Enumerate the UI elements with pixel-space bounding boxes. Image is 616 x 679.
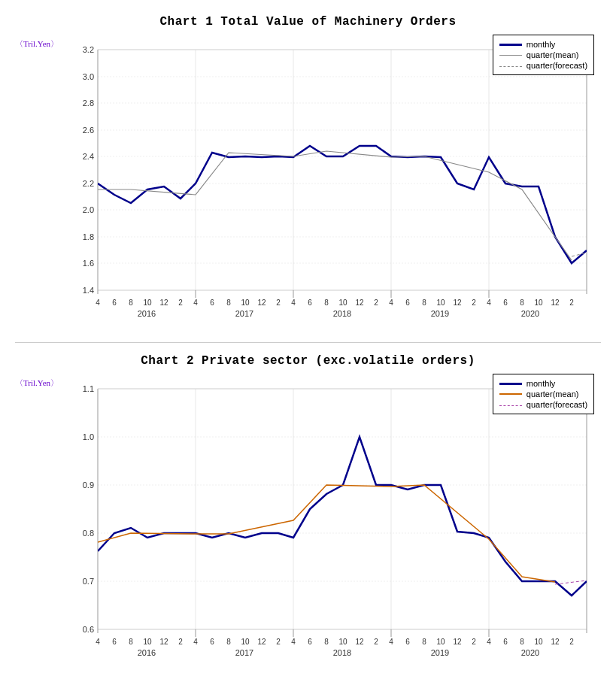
chart2-area: 〈Tril.Yen〉 monthly quarter(mean) quarter… xyxy=(15,374,601,662)
chart2-legend-monthly-text: monthly xyxy=(526,379,556,388)
svg-text:4: 4 xyxy=(291,638,296,646)
svg-text:2018: 2018 xyxy=(333,648,351,657)
svg-text:2.6: 2.6 xyxy=(83,126,94,135)
svg-text:2: 2 xyxy=(276,299,281,307)
svg-text:2017: 2017 xyxy=(235,309,253,318)
svg-text:2020: 2020 xyxy=(521,648,539,657)
svg-text:1.0: 1.0 xyxy=(83,432,94,441)
svg-text:4: 4 xyxy=(291,299,296,307)
svg-text:8: 8 xyxy=(226,638,231,646)
svg-text:2: 2 xyxy=(472,299,476,307)
svg-rect-0 xyxy=(98,50,587,290)
svg-text:12: 12 xyxy=(258,638,267,646)
svg-text:3.0: 3.0 xyxy=(83,72,94,81)
svg-text:8: 8 xyxy=(226,299,231,307)
svg-text:10: 10 xyxy=(241,638,250,646)
svg-text:6: 6 xyxy=(503,638,508,646)
chart2-legend: monthly quarter(mean) quarter(forecast) xyxy=(493,374,594,414)
legend-forecast-text: quarter(forecast) xyxy=(526,61,587,70)
svg-text:2: 2 xyxy=(472,638,476,646)
chart1-area: 〈Tril.Yen〉 monthly quarter(mean) quarter… xyxy=(15,35,601,323)
chart2-svg: 0.6 0.7 0.8 0.9 1.0 1.1 xyxy=(60,374,602,659)
svg-text:10: 10 xyxy=(241,299,250,307)
svg-text:1.4: 1.4 xyxy=(83,286,94,295)
svg-text:6: 6 xyxy=(405,299,410,307)
svg-text:8: 8 xyxy=(520,638,524,646)
svg-text:8: 8 xyxy=(422,299,426,307)
svg-text:12: 12 xyxy=(454,638,463,646)
legend-monthly-text: monthly xyxy=(526,40,556,49)
svg-text:2019: 2019 xyxy=(431,648,449,657)
svg-text:1.8: 1.8 xyxy=(83,232,94,241)
svg-text:6: 6 xyxy=(308,638,312,646)
svg-text:0.6: 0.6 xyxy=(83,625,94,634)
chart1-svg: 1.4 1.6 1.8 2.0 2.2 2.4 2.6 2.8 3.0 3.2 xyxy=(60,35,602,320)
svg-text:4: 4 xyxy=(96,299,100,307)
svg-text:10: 10 xyxy=(437,638,446,646)
chart2-y-label: 〈Tril.Yen〉 xyxy=(15,374,59,662)
svg-text:4: 4 xyxy=(193,638,198,646)
legend-quarter-mean: quarter(mean) xyxy=(499,50,587,59)
svg-text:4: 4 xyxy=(96,638,100,646)
svg-text:6: 6 xyxy=(210,299,214,307)
legend-mean-text: quarter(mean) xyxy=(526,50,579,59)
svg-text:12: 12 xyxy=(454,299,463,307)
svg-text:8: 8 xyxy=(324,299,329,307)
chart1-y-label: 〈Tril.Yen〉 xyxy=(15,35,59,323)
chart2-legend-monthly-line xyxy=(499,383,522,385)
svg-text:2: 2 xyxy=(276,638,281,646)
chart2-legend-mean-text: quarter(mean) xyxy=(526,390,579,399)
svg-text:3.2: 3.2 xyxy=(83,45,94,54)
svg-text:6: 6 xyxy=(503,299,508,307)
svg-text:2: 2 xyxy=(569,638,574,646)
svg-text:12: 12 xyxy=(551,299,560,307)
svg-text:2.0: 2.0 xyxy=(83,205,94,214)
svg-text:6: 6 xyxy=(308,299,312,307)
svg-text:1.6: 1.6 xyxy=(83,259,94,268)
svg-text:2.8: 2.8 xyxy=(83,99,94,108)
chart1-title: Chart 1 Total Value of Machinery Orders xyxy=(15,15,601,29)
svg-text:12: 12 xyxy=(551,638,560,646)
svg-text:10: 10 xyxy=(339,299,348,307)
svg-text:10: 10 xyxy=(144,638,153,646)
chart2-legend-forecast-text: quarter(forecast) xyxy=(526,400,587,409)
svg-text:2018: 2018 xyxy=(333,309,351,318)
svg-text:12: 12 xyxy=(160,299,169,307)
svg-text:2017: 2017 xyxy=(235,648,253,657)
chart-divider xyxy=(15,342,601,343)
svg-text:2.2: 2.2 xyxy=(83,179,94,188)
svg-text:10: 10 xyxy=(144,299,153,307)
chart2-legend-forecast: quarter(forecast) xyxy=(499,400,587,409)
svg-text:4: 4 xyxy=(487,299,491,307)
svg-text:2: 2 xyxy=(178,299,183,307)
svg-text:10: 10 xyxy=(339,638,348,646)
svg-text:2016: 2016 xyxy=(138,648,156,657)
legend-monthly-line xyxy=(499,44,522,46)
svg-text:8: 8 xyxy=(129,638,133,646)
svg-text:8: 8 xyxy=(520,299,524,307)
svg-text:2: 2 xyxy=(178,638,183,646)
page: Chart 1 Total Value of Machinery Orders … xyxy=(0,0,616,679)
svg-text:10: 10 xyxy=(535,299,544,307)
svg-text:2.4: 2.4 xyxy=(83,152,94,161)
svg-text:4: 4 xyxy=(389,299,393,307)
svg-text:2: 2 xyxy=(374,638,378,646)
svg-text:2016: 2016 xyxy=(138,309,156,318)
svg-text:12: 12 xyxy=(356,638,365,646)
svg-text:10: 10 xyxy=(535,638,544,646)
svg-text:1.1: 1.1 xyxy=(83,384,94,393)
chart1-legend: monthly quarter(mean) quarter(forecast) xyxy=(493,35,594,75)
svg-text:0.8: 0.8 xyxy=(83,529,94,538)
svg-text:12: 12 xyxy=(258,299,267,307)
chart2-inner: monthly quarter(mean) quarter(forecast) xyxy=(60,374,602,662)
svg-text:4: 4 xyxy=(487,638,491,646)
svg-text:10: 10 xyxy=(437,299,446,307)
legend-monthly: monthly xyxy=(499,40,587,49)
chart1-inner: monthly quarter(mean) quarter(forecast) xyxy=(60,35,602,323)
chart2-legend-mean: quarter(mean) xyxy=(499,390,587,399)
svg-text:6: 6 xyxy=(112,299,117,307)
svg-text:0.9: 0.9 xyxy=(83,480,94,490)
chart1-section: Chart 1 Total Value of Machinery Orders … xyxy=(0,8,616,338)
svg-text:8: 8 xyxy=(324,638,329,646)
legend-forecast-line xyxy=(499,66,522,67)
